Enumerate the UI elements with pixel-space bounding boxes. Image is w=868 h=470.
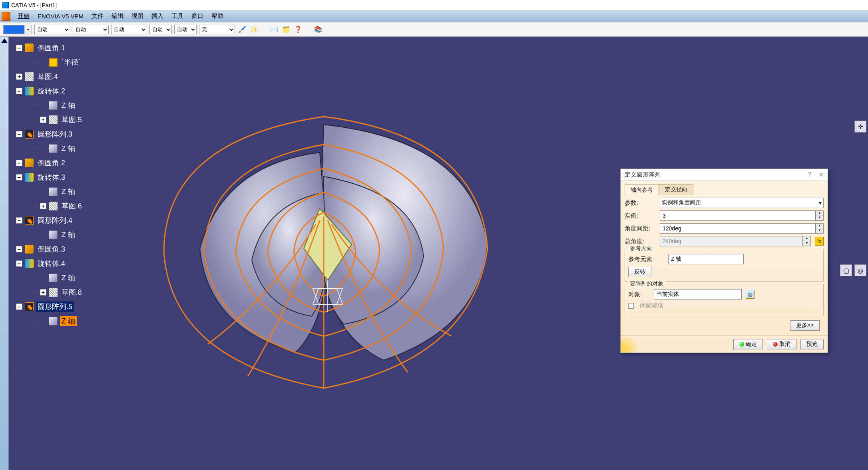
tree-node[interactable]: └─ +草图.8: [16, 285, 84, 299]
tree-node[interactable]: –倒圆角.1: [16, 41, 84, 55]
target-icon[interactable]: ◎: [854, 264, 866, 276]
angle-spacing-spinner[interactable]: ▲▼: [816, 223, 824, 234]
preview-button[interactable]: 预览: [800, 339, 824, 349]
menu-view[interactable]: 视图: [127, 12, 147, 21]
instances-input[interactable]: [660, 210, 816, 221]
tree-node[interactable]: –倒圆角.2: [16, 156, 84, 170]
dialog-corner-glow: [621, 337, 641, 353]
combo-5[interactable]: 自动: [174, 25, 197, 34]
menu-insert[interactable]: 插入: [147, 12, 167, 21]
instances-spinner[interactable]: ▲▼: [816, 210, 824, 221]
expand-toggle[interactable]: –: [16, 88, 22, 94]
dialog-titlebar[interactable]: 定义圆形阵列 ? ✕: [621, 169, 828, 181]
box-icon[interactable]: ▢: [840, 264, 852, 276]
tree-node[interactable]: └─ Z 轴: [16, 271, 84, 285]
ref-elem-input[interactable]: [668, 254, 744, 264]
total-angle-input: [660, 236, 803, 246]
expand-toggle[interactable]: –: [16, 45, 22, 51]
paint-icon[interactable]: 🖌️: [237, 25, 247, 34]
params-combo[interactable]: 实例和角度间距▾: [660, 198, 824, 208]
ok-button[interactable]: 确定: [733, 339, 763, 349]
formula-icon[interactable]: fx: [815, 237, 824, 246]
layers-icon[interactable]: 🗂️: [281, 25, 291, 34]
chevron-down-icon[interactable]: ▾: [24, 25, 32, 34]
circular-pattern-dialog: 定义圆形阵列 ? ✕ 轴向参考 定义径向 参数: 实例和角度间距▾ 实例:: [620, 169, 828, 353]
node-label: 草图.6: [60, 201, 84, 211]
combo-6[interactable]: 无: [199, 25, 235, 34]
expand-toggle[interactable]: +: [40, 203, 46, 209]
tree-node[interactable]: –圆形阵列.3: [16, 127, 84, 141]
tree-node[interactable]: └─ +草图.5: [16, 113, 84, 127]
tree-node[interactable]: └─ Z 轴: [16, 228, 84, 242]
tree-node[interactable]: +草图.4: [16, 69, 84, 84]
expand-toggle[interactable]: –: [16, 160, 22, 166]
menu-file[interactable]: 文件: [88, 12, 108, 21]
tree-node[interactable]: └─ Z 轴: [16, 184, 84, 199]
tree-node[interactable]: └─ `半径`: [16, 55, 84, 69]
object-input[interactable]: [654, 289, 742, 299]
expand-toggle[interactable]: +: [16, 73, 22, 80]
node-label: 草图.5: [60, 115, 84, 125]
node-icon: [49, 288, 58, 297]
menu-enovia[interactable]: ENOVIA V5 VPM: [34, 12, 88, 20]
3d-viewport[interactable]: [104, 73, 543, 432]
expand-toggle[interactable]: –: [16, 260, 22, 267]
keep-spec-checkbox[interactable]: [628, 303, 634, 309]
tree-node[interactable]: └─ +草图.6: [16, 199, 84, 213]
expand-toggle[interactable]: +: [40, 117, 46, 123]
whatsthis-icon[interactable]: ❓: [293, 25, 303, 34]
up-triangle-icon[interactable]: [1, 38, 8, 43]
left-gutter[interactable]: [0, 37, 9, 470]
tree-node[interactable]: └─ Z 轴: [16, 314, 84, 328]
expand-toggle[interactable]: –: [16, 246, 22, 252]
tree-node[interactable]: –倒圆角.3: [16, 242, 84, 256]
tree-node[interactable]: –旋转体.3: [16, 170, 84, 184]
tab-axial-ref[interactable]: 轴向参考: [625, 184, 659, 196]
color-picker[interactable]: ▾: [3, 25, 32, 34]
app-icon: [2, 2, 9, 8]
angle-spacing-input[interactable]: [660, 223, 816, 234]
node-label: 草图.4: [36, 71, 60, 82]
expand-toggle[interactable]: –: [16, 217, 22, 224]
menu-tools[interactable]: 工具: [167, 12, 187, 21]
menu-window[interactable]: 窗口: [187, 12, 207, 21]
right-toolbar-2: ▢ ◎: [840, 264, 866, 276]
tree-node[interactable]: –圆形阵列.5: [16, 299, 84, 314]
ref-elem-label: 参考元素:: [628, 256, 665, 263]
menu-start[interactable]: 开始: [14, 12, 34, 21]
app-menu-icon[interactable]: [2, 12, 10, 21]
expand-toggle[interactable]: +: [40, 289, 46, 295]
spec-tree[interactable]: –倒圆角.1└─ `半径`+草图.4–旋转体.2└─ Z 轴└─ +草图.5–圆…: [16, 41, 84, 328]
tree-node[interactable]: └─ Z 轴: [16, 98, 84, 113]
mail-icon[interactable]: ✉️: [269, 25, 279, 34]
expand-toggle[interactable]: –: [16, 174, 22, 180]
node-label: 倒圆角.3: [36, 244, 67, 254]
combo-4[interactable]: 自动: [149, 25, 172, 34]
compass-icon[interactable]: ✛: [854, 121, 866, 133]
catalog-icon[interactable]: 📚: [313, 25, 323, 34]
tab-define-radial[interactable]: 定义径向: [659, 184, 693, 195]
combo-3[interactable]: 自动: [111, 25, 147, 34]
tree-node[interactable]: –圆形阵列.4: [16, 213, 84, 228]
expand-toggle[interactable]: –: [16, 303, 22, 310]
combo-1[interactable]: 自动: [34, 25, 70, 34]
close-icon[interactable]: ✕: [818, 171, 824, 178]
more-button[interactable]: 更多>>: [790, 320, 820, 331]
combo-2[interactable]: 自动: [73, 25, 109, 34]
wand-icon[interactable]: ✨: [249, 25, 259, 34]
object-pick-icon[interactable]: ▤: [746, 290, 755, 299]
reverse-button[interactable]: 反转: [628, 267, 651, 277]
tree-node[interactable]: └─ Z 轴: [16, 141, 84, 156]
menu-edit[interactable]: 编辑: [108, 12, 127, 21]
help-icon[interactable]: ?: [808, 171, 811, 178]
menu-help[interactable]: 帮助: [207, 12, 227, 21]
cancel-button[interactable]: 取消: [767, 339, 796, 349]
node-icon: [49, 101, 58, 110]
tree-node[interactable]: –旋转体.4: [16, 256, 84, 271]
node-icon: [25, 302, 34, 311]
right-toolbar-1: ✛: [854, 121, 866, 133]
expand-toggle[interactable]: –: [16, 131, 22, 137]
workspace[interactable]: –倒圆角.1└─ `半径`+草图.4–旋转体.2└─ Z 轴└─ +草图.5–圆…: [0, 37, 868, 470]
node-label: Z 轴: [60, 316, 77, 326]
tree-node[interactable]: –旋转体.2: [16, 84, 84, 98]
